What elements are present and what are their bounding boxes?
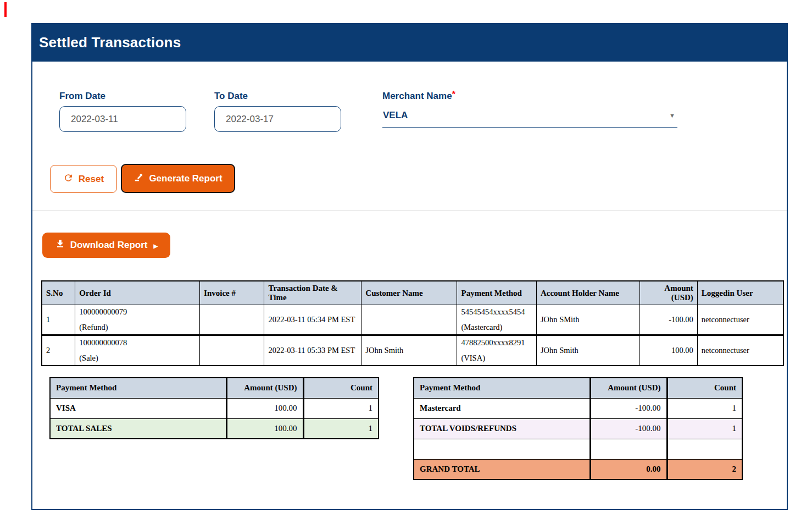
download-icon	[55, 239, 65, 252]
download-report-label: Download Report	[70, 240, 148, 251]
settled-transactions-panel: Settled Transactions From Date To Date M…	[31, 23, 788, 510]
col-account-holder: Account Holder Name	[536, 281, 639, 305]
page-title: Settled Transactions	[39, 34, 181, 51]
empty-row	[414, 439, 742, 459]
generate-report-button[interactable]: Generate Report	[121, 164, 235, 193]
panel-header: Settled Transactions	[31, 23, 788, 62]
sales-summary-table: Payment Method Amount (USD) Count VISA 1…	[49, 377, 379, 439]
red-cursor-artifact	[4, 2, 7, 17]
cell-loggedin-user: netconnectuser	[697, 335, 783, 366]
download-report-button[interactable]: Download Report ▶	[42, 233, 170, 258]
cell-account-holder: JOhn SMith	[536, 305, 639, 335]
reset-button-label: Reset	[79, 174, 104, 185]
col-payment-method: Payment Method	[414, 378, 591, 398]
to-date-label: To Date	[214, 91, 248, 102]
reset-button[interactable]: Reset	[50, 165, 117, 193]
cell-invoice	[200, 335, 264, 366]
col-sno: S.No	[42, 281, 75, 305]
from-date-input[interactable]	[59, 106, 186, 132]
table-row: 1 100000000079 (Refund) 2022-03-11 05:34…	[42, 305, 783, 335]
export-report-icon	[134, 172, 144, 185]
chevron-down-icon[interactable]: ▼	[669, 112, 675, 119]
col-payment-method: Payment Method	[457, 281, 536, 305]
cell-sno: 1	[42, 305, 75, 335]
col-loggedin-user: Loggedin User	[697, 281, 783, 305]
col-amount: Amount (USD)	[639, 281, 697, 305]
transactions-table: S.No Order Id Invoice # Transaction Date…	[41, 280, 784, 366]
caret-right-icon: ▶	[154, 243, 158, 249]
col-datetime: Transaction Date & Time	[264, 281, 361, 305]
cell-amount: 100.00	[639, 335, 697, 366]
from-date-label: From Date	[59, 91, 105, 102]
refunds-summary-header-row: Payment Method Amount (USD) Count	[414, 378, 742, 398]
table-row: Mastercard -100.00 1	[414, 398, 742, 418]
merchant-select[interactable]: VELA ▼	[382, 106, 677, 128]
required-asterisk: *	[452, 89, 456, 100]
cell-datetime: 2022-03-11 05:34 PM EST	[264, 305, 361, 335]
merchant-name-label: Merchant Name*	[382, 89, 455, 102]
col-payment-method: Payment Method	[50, 378, 227, 398]
cell-account-holder: JOhn Smith	[536, 335, 639, 366]
col-amount: Amount (USD)	[227, 378, 303, 398]
col-count: Count	[303, 378, 379, 398]
refresh-icon	[63, 173, 74, 186]
total-voids-refunds-row: TOTAL VOIDS/REFUNDS -100.00 1	[414, 418, 742, 439]
col-count: Count	[667, 378, 742, 398]
cell-payment-method: 54545454xxxx5454 (Mastercard)	[457, 305, 536, 335]
to-date-input[interactable]	[214, 106, 341, 132]
cell-customer	[361, 305, 457, 335]
transactions-header-row: S.No Order Id Invoice # Transaction Date…	[42, 281, 783, 305]
cell-sno: 2	[42, 335, 75, 366]
col-order-id: Order Id	[75, 281, 200, 305]
sales-summary-header-row: Payment Method Amount (USD) Count	[50, 378, 379, 398]
generate-report-label: Generate Report	[149, 173, 222, 184]
table-row: 2 100000000078 (Sale) 2022-03-11 05:33 P…	[42, 335, 783, 366]
total-sales-row: TOTAL SALES 100.00 1	[50, 418, 379, 439]
cell-datetime: 2022-03-11 05:33 PM EST	[264, 335, 361, 366]
cell-order-id: 100000000078 (Sale)	[75, 335, 200, 366]
cell-payment-method: 47882500xxxx8291 (VISA)	[457, 335, 536, 366]
cell-order-id: 100000000079 (Refund)	[75, 305, 200, 335]
cell-invoice	[200, 305, 264, 335]
section-divider	[32, 210, 787, 211]
col-invoice: Invoice #	[200, 281, 264, 305]
refunds-summary-table: Payment Method Amount (USD) Count Master…	[413, 377, 743, 480]
col-customer: Customer Name	[361, 281, 457, 305]
grand-total-row: GRAND TOTAL 0.00 2	[414, 459, 742, 479]
cell-loggedin-user: netconnectuser	[697, 305, 783, 335]
table-row: VISA 100.00 1	[50, 398, 379, 418]
cell-amount: -100.00	[639, 305, 697, 335]
page: Settled Transactions From Date To Date M…	[0, 0, 812, 519]
col-amount: Amount (USD)	[591, 378, 667, 398]
cell-customer: JOhn Smith	[361, 335, 457, 366]
merchant-selected-value: VELA	[383, 110, 408, 121]
